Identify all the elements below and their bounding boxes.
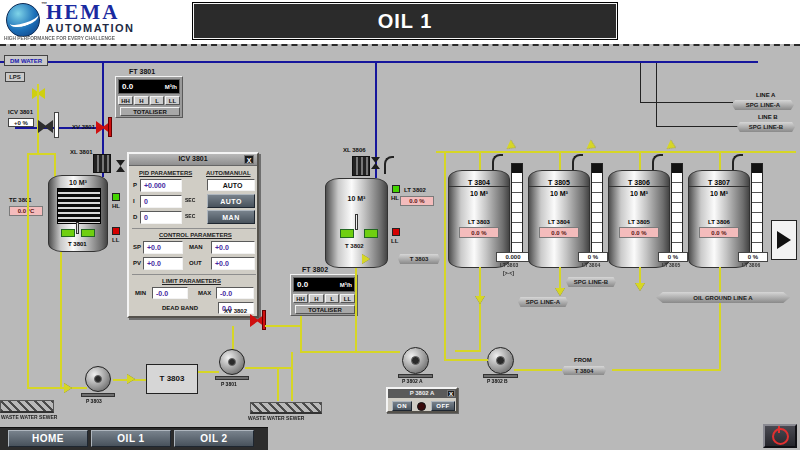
icv3801-dialog-titlebar[interactable]: ICV 3801 <box>129 154 257 166</box>
nav-oil1-button[interactable]: OIL 1 <box>91 430 171 447</box>
lps-label: LPS <box>5 72 25 82</box>
t3804-lt-value: 0.0 % <box>459 227 499 238</box>
ft3802-display: 0.0 M³/h <box>293 277 355 292</box>
t3805-capacity: 10 M³ <box>529 190 589 197</box>
pipe-segment <box>612 369 721 371</box>
pump-p3801-hub-icon <box>228 358 236 366</box>
p3802a-dialog-titlebar[interactable]: P 3802 A <box>388 389 456 398</box>
xl3801-agitator-motor-icon[interactable] <box>93 154 111 173</box>
ft3801-alarm-hh: HH <box>118 96 133 105</box>
t3804-tag: T 3804 <box>449 179 509 187</box>
max-input[interactable]: -0.0 <box>216 287 254 299</box>
nav-home-button[interactable]: HOME <box>8 430 88 447</box>
pv-input[interactable]: +0.0 <box>143 257 183 270</box>
pump-on-button[interactable]: ON <box>392 401 412 411</box>
spg-line-b-pill: SPG LINE-B <box>566 277 616 287</box>
flow-arrow-icon <box>64 383 77 393</box>
am-state-display: AUTO <box>207 179 255 191</box>
auto-button[interactable]: AUTO <box>207 194 255 208</box>
flow-arrow-icon <box>475 296 485 309</box>
xl3801-tag: XL 3801 <box>70 149 93 156</box>
ft3801-totaliser-button[interactable]: TOTALISER <box>120 107 180 116</box>
line-b-caption: LINE B <box>758 114 778 121</box>
t3804-level-gauge[interactable] <box>511 163 523 259</box>
p-input[interactable]: +0.000 <box>140 179 182 192</box>
pipe-segment <box>245 367 292 369</box>
p3802a-dialog-close-icon[interactable]: X <box>447 390 455 397</box>
p3802a-tag: P 3802 A <box>402 379 422 385</box>
out-input[interactable]: +0.0 <box>211 257 255 270</box>
pipe-segment <box>719 267 721 370</box>
xl3806-tag: XL 3806 <box>343 147 366 154</box>
logo-title: HEMA <box>46 2 119 23</box>
t3802-ll-led <box>392 228 400 236</box>
dialog-close-icon[interactable]: X <box>244 155 254 164</box>
line-b-pill: SPG LINE-B <box>737 122 795 132</box>
section-control-label: CONTROL PARAMETERS <box>159 232 232 238</box>
t3801-shaft-icon <box>76 222 79 234</box>
xl3806-agitator-motor-icon[interactable] <box>352 156 370 176</box>
sp-input[interactable]: +0.0 <box>143 241 183 254</box>
t3803-pill: T 3803 <box>398 254 440 264</box>
t3806-tag: T 3806 <box>609 179 669 187</box>
ft3801-display: 0.0 M³/h <box>118 79 180 94</box>
p3802a-dialog-title: P 3802 A <box>410 390 435 396</box>
pipe-segment <box>444 359 488 361</box>
pipe-segment <box>0 61 758 63</box>
t3806-level-gauge[interactable] <box>671 163 683 259</box>
waste-sewer-left <box>0 400 54 413</box>
p-label: P <box>133 182 137 189</box>
t3807-lt-value: 0.0 % <box>699 227 739 238</box>
exit-button[interactable] <box>763 424 797 448</box>
ft3801-meter: 0.0 M³/h HH H L LL TOTALISER <box>115 76 183 118</box>
t3807-level-gauge[interactable] <box>751 163 763 259</box>
pump-p3802b-hub-icon <box>496 356 505 365</box>
d-input[interactable]: 0 <box>140 211 182 224</box>
xv3802-tag: XV 3802 <box>224 308 247 315</box>
next-screen-button[interactable] <box>771 220 797 260</box>
vent-valve-icon <box>116 160 125 172</box>
icv3801-value-text: +0 % <box>14 120 28 126</box>
scada-screen: ™ HEMA AUTOMATION HIGH PERFORMANCE FOR E… <box>0 0 800 450</box>
max-label: MAX <box>198 290 211 297</box>
xv3801-actuator-icon <box>108 117 112 137</box>
t3802-paddle-icon <box>340 229 354 238</box>
t3802-tag: T 3802 <box>345 243 364 250</box>
tank-vent-pipe-icon <box>652 154 663 170</box>
pump-p3801-base-icon <box>215 376 249 380</box>
ft3802-totaliser-button[interactable]: TOTALISER <box>295 305 355 314</box>
pump-p3802a-base-icon <box>398 374 433 378</box>
lt3802-value-text: 0.0 % <box>409 198 424 204</box>
p3802a-dialog: P 3802 A X ON OFF <box>386 387 458 413</box>
p3802b-tag: P 3802 B <box>487 379 508 385</box>
t3806-gauge-value: 0 % <box>658 252 688 262</box>
icv3801-valve-icon[interactable] <box>38 120 53 133</box>
t3805-level-gauge[interactable] <box>591 163 603 259</box>
t3804-gauge-handle[interactable]: [>-<] <box>503 271 514 277</box>
man-button[interactable]: MAN <box>207 210 255 224</box>
pipe-segment <box>27 155 29 389</box>
pump-p3802a-hub-icon <box>411 356 420 365</box>
flow-arrow-icon <box>362 254 375 264</box>
pipe-segment <box>436 151 796 153</box>
man-label: MAN <box>189 244 203 251</box>
from-caption: FROM <box>574 357 592 364</box>
i-input[interactable]: 0 <box>140 195 182 208</box>
man-input[interactable]: +0.0 <box>211 241 255 254</box>
i-label: I <box>133 198 135 205</box>
t3803-vessel[interactable]: T 3803 <box>146 364 198 394</box>
min-input[interactable]: -0.0 <box>152 287 188 299</box>
t3807-capacity: 10 M³ <box>689 190 749 197</box>
pump-off-button[interactable]: OFF <box>431 401 455 411</box>
ft3801-alarm-l: L <box>150 96 164 105</box>
t3805-lt-value: 0.0 % <box>539 227 579 238</box>
t3802-vent-valve-icon <box>371 157 380 169</box>
ft3801-value: 0.0 <box>122 83 133 91</box>
ft3801-unit: M³/h <box>165 84 177 90</box>
nav-oil2-button[interactable]: OIL 2 <box>174 430 254 447</box>
te3801-value: 0.0 °C <box>9 206 43 216</box>
t3801-ll-led <box>112 227 120 235</box>
t3804-lt-tag: LT 3803 <box>449 219 509 225</box>
t3806-gauge-value-text: 0 % <box>668 254 678 260</box>
pipe-segment <box>291 352 293 401</box>
